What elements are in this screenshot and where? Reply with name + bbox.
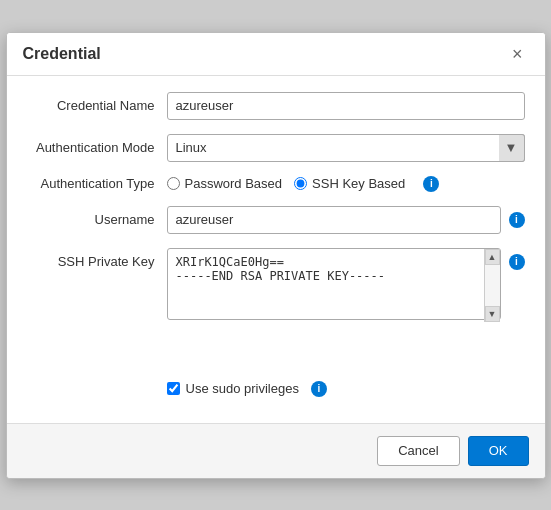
sudo-info-icon[interactable]: i (311, 381, 327, 397)
sudo-checkbox[interactable] (167, 382, 180, 395)
textarea-scrollbar: ▲ ▼ (484, 249, 500, 322)
auth-type-ssh-radio[interactable] (294, 177, 307, 190)
auth-mode-select-wrapper: Linux Windows Other ▼ (167, 134, 525, 162)
auth-type-row: Authentication Type Password Based SSH K… (27, 176, 525, 192)
scrollbar-track (485, 265, 500, 306)
scroll-down-button[interactable]: ▼ (485, 306, 500, 322)
username-info-icon[interactable]: i (509, 212, 525, 228)
ssh-private-key-wrapper: XRIrK1QCaE0Hg== -----END RSA PRIVATE KEY… (167, 248, 501, 323)
sudo-row: Use sudo privileges i (167, 381, 525, 397)
ssh-private-key-row: SSH Private Key XRIrK1QCaE0Hg== -----END… (27, 248, 525, 323)
username-row: Username i (27, 206, 525, 234)
auth-type-ssh-option[interactable]: SSH Key Based (294, 176, 405, 191)
auth-type-radio-group: Password Based SSH Key Based i (167, 176, 525, 192)
close-button[interactable]: × (506, 43, 529, 65)
auth-type-info-icon[interactable]: i (423, 176, 439, 192)
dialog-footer: Cancel OK (7, 423, 545, 478)
credential-name-label: Credential Name (27, 98, 167, 113)
ssh-key-info-icon[interactable]: i (509, 254, 525, 270)
scroll-up-button[interactable]: ▲ (485, 249, 500, 265)
dialog-header: Credential × (7, 33, 545, 76)
auth-type-password-radio[interactable] (167, 177, 180, 190)
ok-button[interactable]: OK (468, 436, 529, 466)
ssh-private-key-textarea[interactable]: XRIrK1QCaE0Hg== -----END RSA PRIVATE KEY… (167, 248, 501, 320)
credential-name-input[interactable] (167, 92, 525, 120)
username-label: Username (27, 212, 167, 227)
spacer (27, 337, 525, 361)
auth-type-label: Authentication Type (27, 176, 167, 191)
auth-type-password-option[interactable]: Password Based (167, 176, 283, 191)
sudo-label: Use sudo privileges (186, 381, 299, 396)
auth-type-password-label: Password Based (185, 176, 283, 191)
dialog-title: Credential (23, 45, 101, 63)
dialog-body: Credential Name Authentication Mode Linu… (7, 76, 545, 423)
ssh-private-key-label: SSH Private Key (27, 248, 167, 269)
auth-type-ssh-label: SSH Key Based (312, 176, 405, 191)
auth-mode-select[interactable]: Linux Windows Other (167, 134, 525, 162)
username-input[interactable] (167, 206, 501, 234)
credential-dialog: Credential × Credential Name Authenticat… (6, 32, 546, 479)
cancel-button[interactable]: Cancel (377, 436, 459, 466)
auth-mode-row: Authentication Mode Linux Windows Other … (27, 134, 525, 162)
auth-mode-label: Authentication Mode (27, 140, 167, 155)
credential-name-row: Credential Name (27, 92, 525, 120)
